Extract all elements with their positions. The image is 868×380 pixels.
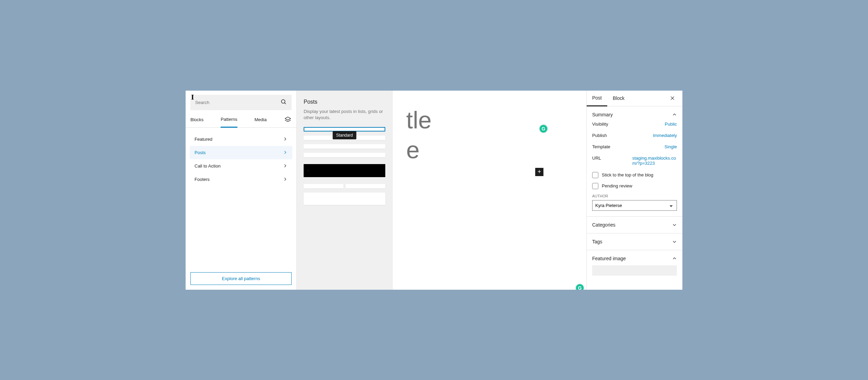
tab-post[interactable]: Post xyxy=(587,91,607,107)
category-posts[interactable]: Posts xyxy=(190,146,292,159)
close-sidebar-button[interactable] xyxy=(670,96,680,101)
post-title-fragment-2[interactable]: e xyxy=(406,137,573,163)
pattern-explorer-icon[interactable] xyxy=(284,116,292,124)
grammarly-icon[interactable]: G xyxy=(576,284,584,290)
chevron-down-icon xyxy=(672,239,677,244)
inserter-sidebar: I Blocks Patterns Media Featured Posts C… xyxy=(186,91,297,290)
summary-template: Template Single xyxy=(592,144,677,149)
close-icon xyxy=(670,96,675,101)
editor-window: I Blocks Patterns Media Featured Posts C… xyxy=(186,91,682,290)
summary-label: Template xyxy=(592,144,610,149)
summary-publish: Publish Immediately xyxy=(592,133,677,138)
panel-categories-toggle[interactable]: Categories xyxy=(592,222,677,228)
svg-point-0 xyxy=(281,100,285,103)
pending-label: Pending review xyxy=(602,183,632,188)
chevron-right-icon xyxy=(283,137,288,141)
pattern-preview-column: Posts Display your latest posts in lists… xyxy=(297,91,392,290)
chevron-right-icon xyxy=(283,163,288,168)
summary-value-template[interactable]: Single xyxy=(665,144,677,149)
text-cursor-icon: I xyxy=(191,93,194,102)
preview-row xyxy=(345,184,385,188)
category-label: Footers xyxy=(195,177,210,182)
panel-summary-toggle[interactable]: Summary xyxy=(592,112,677,117)
search-icon xyxy=(281,99,287,105)
preview-row xyxy=(304,153,385,157)
summary-value-url[interactable]: staging.maxiblocks.com/?p=3223 xyxy=(632,156,677,166)
pattern-thumbnail-double[interactable] xyxy=(304,184,385,188)
chevron-down-icon xyxy=(672,222,677,227)
summary-visibility: Visibility Public xyxy=(592,122,677,127)
pattern-thumbnail-dark[interactable]: ... xyxy=(304,164,385,177)
explore-patterns-button[interactable]: Explore all patterns xyxy=(190,272,292,285)
summary-url: URL staging.maxiblocks.com/?p=3223 xyxy=(592,156,677,166)
settings-tabs: Post Block xyxy=(587,91,682,106)
author-label: AUTHOR xyxy=(592,194,677,198)
preview-dark-text: ... xyxy=(308,170,309,171)
panel-summary: Summary Visibility Public Publish Immedi… xyxy=(587,106,682,217)
pattern-thumbnail-standard[interactable]: Standard xyxy=(304,127,385,157)
category-label: Posts xyxy=(195,150,206,155)
stick-label: Stick to the top of the blog xyxy=(602,172,653,177)
panel-categories: Categories xyxy=(587,217,682,233)
category-featured[interactable]: Featured xyxy=(190,133,292,146)
settings-sidebar: Post Block Summary Visibility Public Pub… xyxy=(586,91,682,290)
category-call-to-action[interactable]: Call to Action xyxy=(190,159,292,173)
preview-title: Posts xyxy=(304,99,385,105)
author-select[interactable]: Kyra Pieterse xyxy=(592,200,677,211)
chevron-up-icon xyxy=(672,112,677,117)
summary-label: Publish xyxy=(592,133,607,138)
category-label: Featured xyxy=(195,137,212,142)
search-input[interactable] xyxy=(190,95,292,110)
explore-container: Explore all patterns xyxy=(186,267,296,290)
add-block-button[interactable]: + xyxy=(535,168,543,176)
panel-body: Visibility Public Publish Immediately Te… xyxy=(592,122,677,211)
panel-featured-image: Featured image xyxy=(587,250,682,281)
category-label: Call to Action xyxy=(195,163,221,169)
pending-checkbox[interactable] xyxy=(592,183,598,189)
preview-row xyxy=(304,184,343,188)
category-footers[interactable]: Footers xyxy=(190,173,292,186)
tab-blocks[interactable]: Blocks xyxy=(190,112,203,127)
preview-row xyxy=(304,144,385,149)
preview-description: Display your latest posts in lists, grid… xyxy=(304,108,385,121)
summary-label: Visibility xyxy=(592,122,608,127)
search-container: I xyxy=(186,91,296,110)
pending-checkbox-row[interactable]: Pending review xyxy=(592,183,677,189)
editor-canvas[interactable]: tle e G + G xyxy=(392,91,586,290)
pattern-tooltip: Standard xyxy=(333,131,356,139)
summary-value-publish[interactable]: Immediately xyxy=(653,133,677,138)
panel-title: Categories xyxy=(592,222,615,228)
panel-tags-toggle[interactable]: Tags xyxy=(592,239,677,244)
grammarly-icon[interactable]: G xyxy=(540,125,547,133)
inserter-tabs: Blocks Patterns Media xyxy=(186,112,296,128)
tab-patterns[interactable]: Patterns xyxy=(221,112,237,128)
stick-checkbox[interactable] xyxy=(592,172,598,178)
svg-line-1 xyxy=(284,103,286,104)
panel-title: Tags xyxy=(592,239,602,244)
panel-tags: Tags xyxy=(587,233,682,250)
tab-block[interactable]: Block xyxy=(607,91,630,106)
summary-value-visibility[interactable]: Public xyxy=(665,122,677,127)
panel-title: Featured image xyxy=(592,256,626,261)
pattern-thumbnail-footer[interactable] xyxy=(304,193,385,205)
pattern-categories: Featured Posts Call to Action Footers xyxy=(186,128,296,267)
chevron-right-icon xyxy=(283,150,288,155)
panel-featured-image-toggle[interactable]: Featured image xyxy=(592,256,677,261)
chevron-up-icon xyxy=(672,256,677,261)
chevron-right-icon xyxy=(283,177,288,182)
featured-image-placeholder[interactable] xyxy=(592,265,677,276)
panel-title: Summary xyxy=(592,112,613,117)
summary-label: URL xyxy=(592,156,601,161)
tab-media[interactable]: Media xyxy=(255,112,267,127)
stick-checkbox-row[interactable]: Stick to the top of the blog xyxy=(592,172,677,178)
post-title-fragment[interactable]: tle xyxy=(406,107,573,134)
